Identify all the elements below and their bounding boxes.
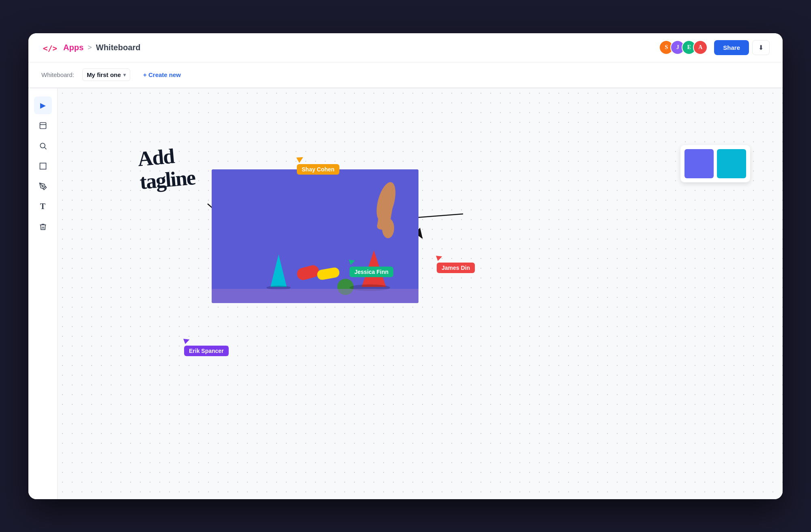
breadcrumb: Apps > Whiteboard bbox=[63, 43, 141, 52]
central-image bbox=[212, 169, 418, 303]
top-nav: </> Apps > Whiteboard S J E A Share ⬇ bbox=[28, 33, 783, 62]
cursor-tool[interactable]: ▶ bbox=[34, 96, 52, 114]
shay-cohen-label: Shay Cohen bbox=[297, 164, 339, 175]
frame-tool[interactable] bbox=[34, 157, 52, 175]
color-swatches-panel bbox=[680, 145, 750, 182]
search-tool[interactable] bbox=[34, 137, 52, 155]
erik-cursor-icon: ▶ bbox=[183, 335, 191, 345]
main-area: ▶ bbox=[28, 88, 783, 499]
avatars-group: S J E A bbox=[659, 40, 708, 55]
breadcrumb-separator: > bbox=[88, 43, 92, 52]
avatar-4: A bbox=[693, 40, 708, 55]
svg-point-3 bbox=[40, 143, 45, 148]
svg-point-19 bbox=[382, 218, 394, 238]
svg-text:</>: </> bbox=[43, 44, 57, 53]
canvas-area[interactable]: Add tagline bbox=[58, 88, 783, 499]
james-din-label: James Din bbox=[437, 263, 475, 273]
left-sidebar: ▶ bbox=[28, 88, 58, 499]
breadcrumb-apps[interactable]: Apps bbox=[63, 43, 84, 52]
svg-point-6 bbox=[42, 185, 43, 186]
shay-cursor-icon: ▶ bbox=[295, 152, 305, 163]
whiteboard-name: My first one bbox=[87, 71, 121, 78]
share-button[interactable]: Share bbox=[714, 40, 749, 55]
svg-rect-27 bbox=[212, 289, 418, 303]
erik-spancer-cursor: ▶ Erik Spancer bbox=[184, 335, 229, 356]
handwriting-text: Add tagline bbox=[137, 143, 196, 194]
whiteboard-selector[interactable]: My first one ▾ bbox=[82, 68, 130, 81]
delete-tool[interactable] bbox=[34, 218, 52, 236]
download-button[interactable]: ⬇ bbox=[752, 40, 770, 55]
create-new-button[interactable]: + Create new bbox=[138, 69, 186, 81]
jessica-finn-label: Jessica Finn bbox=[350, 267, 393, 277]
james-din-cursor: ▶ James Din bbox=[437, 252, 475, 273]
svg-rect-1 bbox=[40, 122, 46, 128]
toolbar-bar: Whiteboard: My first one ▾ + Create new bbox=[28, 62, 783, 88]
cyan-swatch[interactable] bbox=[717, 149, 746, 178]
purple-swatch[interactable] bbox=[684, 149, 714, 178]
jessica-finn-cursor: ▶ Jessica Finn bbox=[350, 256, 393, 277]
browser-frame: </> Apps > Whiteboard S J E A Share ⬇ Wh… bbox=[28, 33, 783, 499]
svg-rect-5 bbox=[40, 163, 46, 169]
chevron-down-icon: ▾ bbox=[123, 72, 126, 78]
svg-line-4 bbox=[44, 147, 46, 149]
text-tool[interactable]: T bbox=[34, 198, 52, 216]
logo-icon: </> bbox=[41, 39, 58, 56]
pen-tool[interactable] bbox=[34, 177, 52, 195]
shay-cohen-cursor: ▶ Shay Cohen bbox=[297, 153, 339, 175]
erik-spancer-label: Erik Spancer bbox=[184, 346, 229, 356]
james-cursor-icon: ▶ bbox=[436, 252, 444, 262]
breadcrumb-current: Whiteboard bbox=[96, 43, 141, 52]
whiteboard-label: Whiteboard: bbox=[41, 71, 74, 78]
sticky-note-tool[interactable] bbox=[34, 117, 52, 135]
jessica-cursor-icon: ▶ bbox=[348, 256, 357, 266]
